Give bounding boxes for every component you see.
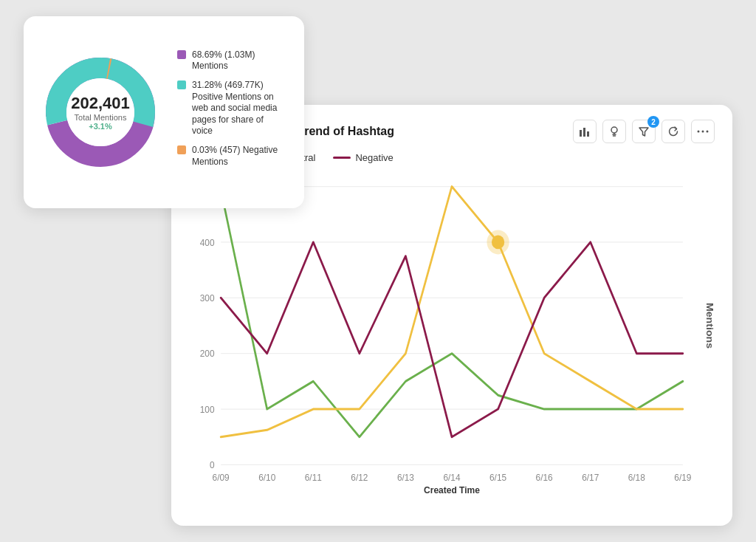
legend-dot-purple <box>177 50 186 59</box>
svg-point-10 <box>702 131 704 133</box>
svg-rect-6 <box>587 131 589 137</box>
svg-text:6/12: 6/12 <box>351 472 368 482</box>
donut-label: Total Mentions <box>71 113 130 122</box>
svg-rect-5 <box>583 128 585 137</box>
legend-line-negative <box>333 157 351 159</box>
donut-total: 202,401 <box>71 94 130 113</box>
svg-text:6/13: 6/13 <box>397 472 414 482</box>
svg-text:6/15: 6/15 <box>489 472 506 482</box>
negative-line <box>221 242 683 437</box>
refresh-icon <box>667 126 679 137</box>
svg-text:400: 400 <box>200 237 215 248</box>
filter-icon <box>638 126 650 137</box>
more-icon <box>697 130 709 133</box>
tooltip-dot <box>492 236 504 250</box>
filter-badge: 2 <box>647 116 659 128</box>
chart-actions: 2 <box>573 120 715 143</box>
neutral-line <box>221 187 683 437</box>
svg-text:100: 100 <box>200 404 215 415</box>
legend-text-positive: 31.28% (469.77K) Positive Mentions on we… <box>192 80 286 137</box>
bar-chart-button[interactable] <box>573 120 597 143</box>
svg-text:200: 200 <box>200 349 215 360</box>
svg-text:6/10: 6/10 <box>258 472 275 482</box>
svg-text:6/09: 6/09 <box>213 472 230 482</box>
legend-dot-orange <box>177 145 186 154</box>
positive-line <box>221 190 683 436</box>
more-button[interactable] <box>691 120 715 143</box>
legend-item-negative: 0.03% (457) Negative Mentions <box>177 145 286 168</box>
bulb-button[interactable] <box>602 120 626 143</box>
legend-text-negative: 0.03% (457) Negative Mentions <box>192 145 286 168</box>
svg-text:6/19: 6/19 <box>674 472 691 482</box>
legend-negative: Negative <box>333 152 393 163</box>
chart-area: 500 400 300 200 100 0 Mentions 6/09 6/10… <box>189 169 715 482</box>
legend-item-positive: 31.28% (469.77K) Positive Mentions on we… <box>177 80 286 137</box>
refresh-button[interactable] <box>662 120 685 143</box>
svg-rect-4 <box>580 130 582 137</box>
donut-card: 202,401 Total Mentions +3.1% 68.69% (1.0… <box>24 16 304 208</box>
legend-item-mentions: 68.69% (1.03M) Mentions <box>177 49 286 72</box>
svg-text:6/16: 6/16 <box>536 472 553 482</box>
donut-center: 202,401 Total Mentions +3.1% <box>71 94 130 131</box>
svg-text:6/17: 6/17 <box>582 472 599 482</box>
svg-point-7 <box>611 127 617 133</box>
legend-label-negative: Negative <box>355 152 393 163</box>
donut-growth: +3.1% <box>71 122 130 131</box>
svg-text:6/14: 6/14 <box>443 472 460 482</box>
svg-text:6/18: 6/18 <box>628 472 645 482</box>
filter-button[interactable]: 2 <box>632 120 656 143</box>
svg-text:300: 300 <box>200 293 215 304</box>
bar-icon <box>579 126 591 137</box>
svg-point-9 <box>698 131 700 133</box>
donut-legend: 68.69% (1.03M) Mentions 31.28% (469.77K)… <box>177 49 286 175</box>
svg-text:6/11: 6/11 <box>305 472 322 482</box>
svg-point-11 <box>707 131 709 133</box>
line-chart-svg: 500 400 300 200 100 0 Mentions 6/09 6/10… <box>189 169 715 482</box>
legend-dot-teal <box>177 80 186 89</box>
donut-chart: 202,401 Total Mentions +3.1% <box>41 53 159 171</box>
svg-text:0: 0 <box>210 460 215 471</box>
bulb-icon <box>608 126 620 137</box>
legend-text-mentions: 68.69% (1.03M) Mentions <box>192 49 286 72</box>
x-axis-label: Created Time <box>189 485 715 495</box>
svg-text:Mentions: Mentions <box>704 303 715 349</box>
